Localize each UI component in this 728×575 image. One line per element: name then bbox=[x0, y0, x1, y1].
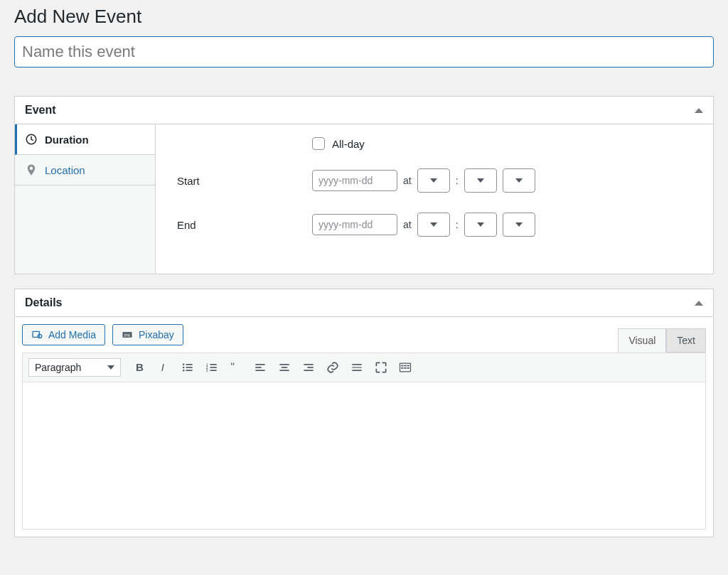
svg-point-7 bbox=[183, 364, 185, 365]
clock-icon bbox=[25, 133, 38, 146]
location-pin-icon bbox=[25, 163, 38, 176]
end-minute-select[interactable] bbox=[464, 213, 497, 237]
svg-text:PX: PX bbox=[124, 333, 130, 338]
end-label: End bbox=[177, 219, 312, 231]
chevron-down-icon bbox=[515, 178, 523, 183]
svg-rect-25 bbox=[279, 370, 289, 371]
bold-button[interactable]: B bbox=[129, 358, 149, 377]
link-button[interactable] bbox=[323, 358, 343, 377]
italic-button[interactable]: I bbox=[154, 358, 173, 377]
svg-rect-31 bbox=[352, 370, 361, 371]
bullet-list-button[interactable] bbox=[178, 358, 198, 377]
numbered-list-button[interactable]: 123 bbox=[202, 358, 222, 377]
svg-rect-10 bbox=[186, 367, 193, 368]
align-center-button[interactable] bbox=[274, 358, 294, 377]
svg-rect-34 bbox=[404, 365, 406, 367]
chevron-down-icon bbox=[477, 222, 484, 227]
allday-checkbox[interactable] bbox=[312, 137, 325, 150]
svg-rect-33 bbox=[401, 365, 403, 367]
svg-rect-29 bbox=[352, 364, 361, 365]
start-hour-select[interactable] bbox=[417, 168, 450, 193]
collapse-up-icon bbox=[695, 301, 703, 306]
svg-rect-16 bbox=[210, 367, 217, 368]
blockquote-button[interactable]: “ bbox=[226, 358, 246, 377]
svg-text:B: B bbox=[136, 361, 144, 373]
start-row: Start at : bbox=[177, 168, 699, 193]
svg-rect-22 bbox=[255, 370, 264, 371]
start-controls: at : bbox=[312, 168, 535, 193]
editor-content-area[interactable] bbox=[22, 382, 706, 530]
format-select-label: Paragraph bbox=[35, 362, 81, 373]
tab-text[interactable]: Text bbox=[666, 328, 706, 353]
start-date-input[interactable] bbox=[312, 170, 397, 191]
pixabay-label: Pixabay bbox=[139, 329, 174, 340]
svg-rect-37 bbox=[404, 367, 406, 369]
event-content: All-day Start at : End at bbox=[156, 124, 713, 274]
event-panel-header[interactable]: Event bbox=[15, 97, 713, 124]
page-title: Add New Event bbox=[14, 6, 714, 28]
event-panel-body: Duration Location All-day Start at bbox=[15, 124, 713, 274]
end-hour-select[interactable] bbox=[417, 213, 450, 237]
svg-rect-35 bbox=[407, 365, 410, 367]
chevron-down-icon bbox=[430, 222, 437, 227]
details-panel-title: Details bbox=[25, 296, 62, 309]
end-ampm-select[interactable] bbox=[503, 213, 535, 237]
start-label: Start bbox=[177, 175, 312, 187]
svg-rect-20 bbox=[255, 364, 264, 365]
svg-rect-23 bbox=[279, 364, 289, 365]
svg-rect-21 bbox=[255, 367, 261, 368]
pixabay-icon: PX bbox=[122, 329, 133, 340]
tab-duration[interactable]: Duration bbox=[15, 124, 155, 155]
allday-row: All-day bbox=[312, 137, 699, 150]
toolbar-toggle-button[interactable] bbox=[395, 358, 415, 377]
format-select[interactable]: Paragraph bbox=[28, 358, 121, 377]
svg-text:“: “ bbox=[231, 360, 235, 374]
tab-duration-label: Duration bbox=[45, 134, 89, 146]
svg-rect-24 bbox=[282, 367, 287, 368]
svg-text:3: 3 bbox=[206, 368, 208, 372]
event-title-input[interactable] bbox=[14, 36, 714, 68]
align-left-button[interactable] bbox=[250, 358, 270, 377]
svg-rect-30 bbox=[352, 367, 361, 368]
svg-rect-27 bbox=[307, 367, 313, 368]
start-ampm-select[interactable] bbox=[503, 168, 535, 193]
svg-point-9 bbox=[183, 367, 185, 369]
svg-rect-36 bbox=[401, 367, 403, 369]
add-media-button[interactable]: Add Media bbox=[22, 324, 105, 345]
title-input-wrap bbox=[14, 36, 714, 68]
svg-rect-12 bbox=[186, 370, 193, 371]
chevron-down-icon bbox=[430, 178, 437, 183]
tab-location-label: Location bbox=[45, 164, 85, 176]
end-at-text: at bbox=[403, 219, 412, 230]
end-colon: : bbox=[456, 219, 459, 230]
svg-point-11 bbox=[183, 370, 185, 372]
editor-mode-tabs: Visual Text bbox=[618, 328, 706, 353]
start-colon: : bbox=[456, 175, 459, 186]
details-panel-header[interactable]: Details bbox=[15, 289, 713, 317]
svg-text:I: I bbox=[161, 361, 164, 373]
editor-toolbar: Paragraph B I 123 “ bbox=[22, 353, 706, 382]
event-panel: Event Duration Location All-day bbox=[14, 96, 714, 274]
insert-more-button[interactable] bbox=[347, 358, 367, 377]
details-toolbar: Add Media PX Pixabay Visual Text bbox=[15, 317, 713, 353]
tab-visual[interactable]: Visual bbox=[618, 328, 666, 353]
media-icon bbox=[31, 329, 43, 340]
start-minute-select[interactable] bbox=[464, 168, 497, 193]
pixabay-button[interactable]: PX Pixabay bbox=[112, 324, 183, 345]
svg-rect-14 bbox=[210, 364, 217, 365]
chevron-down-icon bbox=[515, 222, 523, 227]
event-panel-title: Event bbox=[25, 104, 56, 117]
add-media-label: Add Media bbox=[48, 329, 96, 340]
chevron-down-icon bbox=[477, 178, 484, 183]
fullscreen-button[interactable] bbox=[371, 358, 391, 377]
end-controls: at : bbox=[312, 213, 535, 237]
chevron-down-icon bbox=[107, 365, 114, 370]
align-right-button[interactable] bbox=[299, 358, 318, 377]
start-at-text: at bbox=[403, 175, 412, 186]
end-date-input[interactable] bbox=[312, 214, 397, 235]
end-row: End at : bbox=[177, 213, 699, 237]
details-panel: Details Add Media PX Pixabay Visual Text… bbox=[14, 289, 714, 537]
tab-location[interactable]: Location bbox=[15, 155, 155, 186]
svg-rect-28 bbox=[304, 370, 313, 371]
svg-rect-38 bbox=[407, 367, 410, 369]
